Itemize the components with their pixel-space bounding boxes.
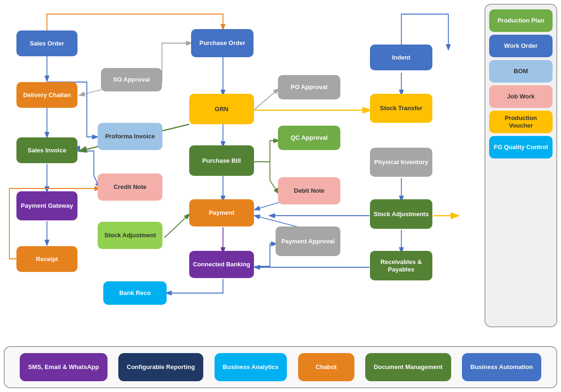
receivables-payables-node: Receivables & Payables bbox=[370, 251, 432, 280]
business-analytics-node: Business Analytics bbox=[215, 353, 287, 381]
debit-note-node: Debit Note bbox=[278, 177, 340, 204]
sales-invoice-node: Sales Invoice bbox=[16, 137, 77, 163]
payment-approval-node: Payment Approval bbox=[276, 226, 340, 256]
sales-order-node: Sales Order bbox=[16, 30, 77, 56]
physical-inventory-node: Physical Inventory bbox=[370, 148, 432, 177]
so-approval-node: SO Approval bbox=[101, 68, 162, 91]
production-voucher-node: Production Voucher bbox=[489, 111, 553, 133]
po-approval-node: PO Approval bbox=[278, 75, 340, 99]
stock-transfer-node: Stock Transfer bbox=[370, 94, 432, 123]
indent-node: Indent bbox=[370, 45, 432, 70]
bom-node: BOM bbox=[489, 60, 553, 83]
qc-approval-node: QC Approval bbox=[278, 126, 340, 150]
credit-note-node: Credit Note bbox=[98, 173, 162, 201]
bank-reco-node: Bank Reco bbox=[103, 281, 167, 305]
diagram-area: Sales Order Delivery Challan Sales Invoi… bbox=[7, 5, 467, 342]
fg-quality-control-node: FG Quality Control bbox=[489, 136, 553, 158]
payment-node: Payment bbox=[189, 199, 254, 226]
connected-banking-node: Connected Banking bbox=[189, 251, 254, 278]
right-panel: Production Plan Work Order BOM Job Work … bbox=[484, 4, 557, 327]
purchase-order-node: Purchase Order bbox=[191, 29, 254, 57]
business-automation-node: Business Automation bbox=[462, 353, 541, 381]
production-plan-node: Production Plan bbox=[489, 9, 553, 32]
stock-adjustments-node: Stock Adjustments bbox=[370, 199, 432, 229]
job-work-node: Job Work bbox=[489, 85, 553, 108]
svg-line-6 bbox=[254, 89, 278, 110]
configurable-reporting-node: Configurable Reporting bbox=[118, 353, 203, 381]
stock-adjustment-node: Stock Adjustment bbox=[98, 222, 162, 249]
grn-node: GRN bbox=[189, 94, 254, 124]
main-container: Sales Order Delivery Challan Sales Invoi… bbox=[0, 0, 561, 392]
document-management-node: Document Management bbox=[365, 353, 451, 381]
sms-email-whatsapp-node: SMS, Email & WhatsApp bbox=[20, 353, 108, 381]
svg-line-16 bbox=[164, 214, 189, 238]
delivery-challan-node: Delivery Challan bbox=[16, 82, 77, 108]
work-order-node: Work Order bbox=[489, 35, 553, 57]
receipt-node: Receipt bbox=[16, 246, 77, 272]
payment-gateway-node: Payment Gateway bbox=[16, 191, 77, 220]
chatbot-node: Chabot bbox=[298, 353, 354, 381]
bottom-bar: SMS, Email & WhatsApp Configurable Repor… bbox=[4, 346, 557, 388]
purchase-bill-node: Purchase Bill bbox=[189, 145, 254, 176]
proforma-invoice-node: Proforma Invoice bbox=[98, 123, 162, 150]
